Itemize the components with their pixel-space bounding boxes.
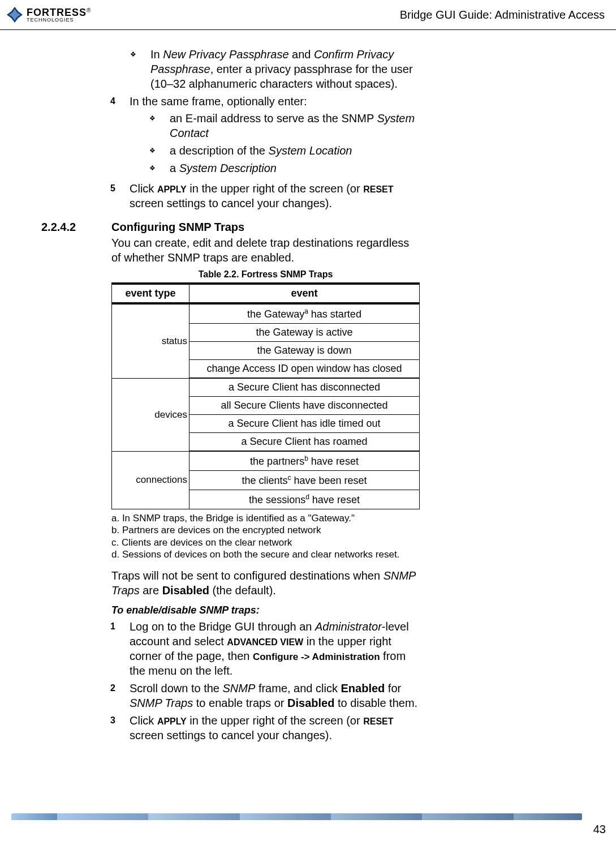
sup: b bbox=[304, 454, 308, 462]
bullet-system-location: ❖ a description of the System Location bbox=[149, 143, 419, 158]
footnote-b: b. Partners are devices on the encrypted… bbox=[111, 524, 420, 536]
text: has started bbox=[308, 308, 361, 320]
page-header-title: Bridge GUI Guide: Administrative Access bbox=[400, 8, 605, 22]
text-em: SNMP bbox=[223, 682, 256, 694]
text: the Gateway bbox=[247, 308, 304, 320]
svg-marker-1 bbox=[9, 9, 20, 20]
text: frame, and click bbox=[255, 682, 341, 694]
text-bold: RESET bbox=[363, 185, 393, 194]
sup: a bbox=[304, 307, 308, 315]
diamond-bullet-icon: ❖ bbox=[149, 114, 156, 140]
table-header-event: event bbox=[189, 284, 420, 303]
text-em: New Privacy Passphrase bbox=[163, 48, 288, 61]
text: Log on to the Bridge GUI through an bbox=[130, 620, 315, 633]
text: a description of the bbox=[170, 144, 269, 157]
section-number: 2.2.4.2 bbox=[41, 221, 76, 234]
section-heading: 2.2.4.2 Configuring SNMP Traps bbox=[11, 221, 605, 234]
step2-3: 3 Click APPLY in the upper right of the … bbox=[110, 713, 419, 743]
table-group-status: status bbox=[112, 303, 189, 378]
text-bold: Disabled bbox=[162, 584, 209, 597]
footnote-d: d. Sessions of devices on both the secur… bbox=[111, 548, 420, 560]
traps-note: Traps will not be sent to configured des… bbox=[111, 568, 420, 598]
text-bold: RESET bbox=[363, 717, 393, 726]
text: have reset bbox=[309, 494, 360, 505]
footnote-a: a. In SNMP traps, the Bridge is identifi… bbox=[111, 512, 420, 524]
table-footnotes: a. In SNMP traps, the Bridge is identifi… bbox=[111, 512, 420, 560]
text: screen settings to cancel your changes). bbox=[130, 197, 332, 209]
text-em: SNMP Traps bbox=[130, 697, 193, 709]
fortress-logo-icon bbox=[6, 6, 24, 24]
text: screen settings to cancel your changes). bbox=[130, 729, 332, 741]
section-intro: You can create, edit and delete trap des… bbox=[111, 235, 420, 265]
step2-1: 1 Log on to the Bridge GUI through an Ad… bbox=[110, 619, 419, 678]
logo-text: FORTRESS bbox=[27, 7, 87, 18]
text: have reset bbox=[308, 456, 359, 467]
text: to disable them. bbox=[334, 697, 417, 709]
text: the partners bbox=[250, 456, 304, 467]
text-bold: Configure -> Administration bbox=[253, 651, 380, 662]
step-number: 4 bbox=[110, 96, 117, 178]
table-group-connections: connections bbox=[112, 451, 189, 509]
text: an E-mail address to serve as the SNMP bbox=[170, 112, 377, 125]
text: Click bbox=[130, 714, 157, 727]
bullet-system-description: ❖ a System Description bbox=[149, 161, 419, 175]
text: have been reset bbox=[291, 475, 367, 486]
text: to enable traps or bbox=[193, 697, 287, 709]
text-em: System Location bbox=[269, 144, 352, 157]
text: a bbox=[170, 162, 179, 174]
table-row: status the Gatewaya has started bbox=[112, 303, 420, 324]
text-bold: Enabled bbox=[341, 682, 385, 694]
text: the clients bbox=[242, 475, 287, 486]
text-bold: ADVANCED VIEW bbox=[227, 637, 303, 647]
table-group-devices: devices bbox=[112, 378, 189, 451]
text: (the default). bbox=[209, 584, 276, 597]
table-header-type: event type bbox=[112, 284, 189, 303]
step-number: 5 bbox=[110, 183, 117, 211]
sub-heading: To enable/disable SNMP traps: bbox=[111, 604, 605, 616]
bullet-system-contact: ❖ an E-mail address to serve as the SNMP… bbox=[149, 111, 419, 140]
step2-2: 2 Scroll down to the SNMP frame, and cli… bbox=[110, 681, 419, 710]
text: in the upper right of the screen (or bbox=[187, 714, 363, 727]
footnote-c: c. Clients are devices on the clear netw… bbox=[111, 537, 420, 548]
text-bold: Disabled bbox=[287, 697, 334, 709]
text-em: System Description bbox=[179, 162, 277, 174]
table-row: connections the partnersb have reset bbox=[112, 451, 420, 471]
text: In the same frame, optionally enter: bbox=[130, 95, 307, 108]
step-4: 4 In the same frame, optionally enter: ❖… bbox=[110, 94, 419, 178]
logo: FORTRESS® TECHNOLOGIES bbox=[6, 6, 91, 24]
step-number: 3 bbox=[110, 715, 117, 743]
step-number: 2 bbox=[110, 683, 117, 710]
sup: d bbox=[305, 493, 309, 501]
page-header: FORTRESS® TECHNOLOGIES Bridge GUI Guide:… bbox=[0, 0, 616, 30]
text: Click bbox=[130, 182, 157, 195]
text: and bbox=[289, 48, 314, 61]
page-number: 43 bbox=[0, 823, 616, 836]
text: in the upper right of the screen (or bbox=[187, 182, 363, 195]
table-row: devices a Secure Client has disconnected bbox=[112, 378, 420, 397]
section-title: Configuring SNMP Traps bbox=[111, 221, 605, 234]
text: Scroll down to the bbox=[130, 682, 223, 694]
text-bold: APPLY bbox=[157, 717, 187, 726]
diamond-bullet-icon: ❖ bbox=[130, 50, 136, 91]
footer-decorative-bar bbox=[11, 813, 582, 820]
text: In bbox=[150, 48, 163, 61]
text: the sessions bbox=[249, 494, 305, 505]
bullet-privacy-passphrase: ❖ In New Privacy Passphrase and Confirm … bbox=[130, 47, 419, 91]
text-bold: APPLY bbox=[157, 185, 187, 194]
text: for bbox=[385, 682, 401, 694]
step-5: 5 Click APPLY in the upper right of the … bbox=[110, 181, 419, 211]
step-number: 1 bbox=[110, 621, 117, 678]
page-content: ❖ In New Privacy Passphrase and Confirm … bbox=[0, 30, 616, 757]
diamond-bullet-icon: ❖ bbox=[149, 147, 156, 158]
text: are bbox=[140, 584, 162, 597]
text-em: Administrator bbox=[315, 620, 382, 633]
text: Traps will not be sent to configured des… bbox=[111, 569, 384, 582]
snmp-traps-table: event type event status the Gatewaya has… bbox=[111, 282, 420, 509]
diamond-bullet-icon: ❖ bbox=[149, 164, 156, 175]
table-caption: Table 2.2. Fortress SNMP Traps bbox=[111, 269, 420, 280]
